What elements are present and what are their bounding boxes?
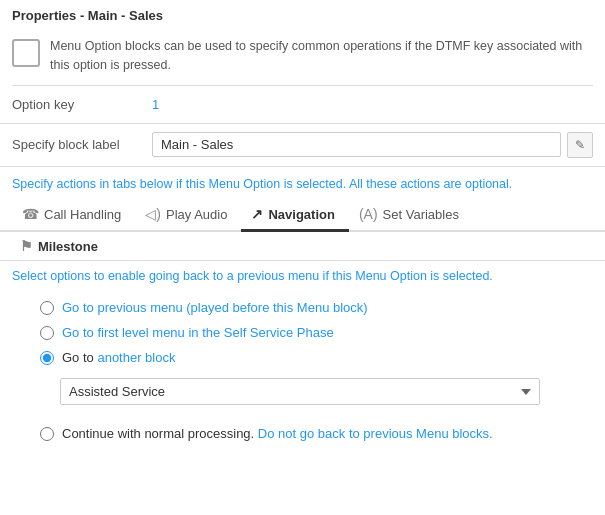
radio-row-4: Continue with normal processing. Do not … [40,421,593,446]
sub-tabs-bar: ⚑ Milestone [0,232,605,261]
radio-4-text-3: Do not go back to previous Menu blocks. [258,426,493,441]
dropdown-row: Assisted Service [0,374,605,409]
radio-group: Go to previous menu (played before this … [0,289,605,374]
tab-play-audio[interactable]: ◁) Play Audio [135,199,241,232]
radio-3-text-go-to: Go to [62,350,97,365]
tab-call-handling[interactable]: ☎ Call Handling [12,199,135,232]
milestone-icon: ⚑ [20,238,33,254]
tabs-bar: ☎ Call Handling ◁) Play Audio ↗ Navigati… [0,199,605,232]
radio-1-text: Go to previous menu (played before this … [62,300,368,315]
option-key-label: Option key [12,97,152,112]
radio-previous-menu[interactable] [40,301,54,315]
radio-3-text-another-block: another block [97,350,175,365]
navigation-dropdown[interactable]: Assisted Service [60,378,540,405]
page-title: Properties - Main - Sales [0,0,605,29]
radio-normal-processing-label[interactable]: Continue with normal processing. Do not … [62,426,493,441]
sub-tab-milestone[interactable]: ⚑ Milestone [12,232,110,260]
radio-row-1: Go to previous menu (played before this … [40,295,593,320]
info-icon [12,39,40,67]
radio-row-3: Go to another block [40,345,593,370]
sub-tab-milestone-label: Milestone [38,239,98,254]
tab-call-handling-label: Call Handling [44,207,121,222]
block-label-input[interactable] [152,132,561,157]
block-label-input-wrap: ✎ [152,132,593,158]
nav-section-desc: Select options to enable going back to a… [0,261,605,289]
tab-navigation-label: Navigation [268,207,334,222]
section-note: Specify actions in tabs below if this Me… [0,167,605,200]
radio-row-2: Go to first level menu in the Self Servi… [40,320,593,345]
option-key-value: 1 [152,97,159,112]
radio-another-block-label[interactable]: Go to another block [62,350,175,365]
radio-first-level[interactable] [40,326,54,340]
tab-navigation[interactable]: ↗ Navigation [241,199,348,232]
edit-icon-button[interactable]: ✎ [567,132,593,158]
radio-normal-processing[interactable] [40,427,54,441]
phone-icon: ☎ [22,206,39,222]
variables-icon: (A) [359,206,378,222]
radio-4-text-1: Continue with normal processing. [62,426,254,441]
tab-set-variables-label: Set Variables [383,207,459,222]
option-key-row: Option key 1 [0,86,605,124]
radio-another-block[interactable] [40,351,54,365]
navigation-icon: ↗ [251,206,263,222]
radio-group-last: Continue with normal processing. Do not … [0,415,605,450]
radio-first-level-label[interactable]: Go to first level menu in the Self Servi… [62,325,334,340]
tab-set-variables[interactable]: (A) Set Variables [349,199,473,232]
block-label-label: Specify block label [12,137,152,152]
info-box: Menu Option blocks can be used to specif… [0,29,605,85]
info-text: Menu Option blocks can be used to specif… [50,37,593,75]
radio-2-text: Go to first level menu in the Self Servi… [62,325,334,340]
radio-previous-menu-label[interactable]: Go to previous menu (played before this … [62,300,368,315]
audio-icon: ◁) [145,206,161,222]
block-label-row: Specify block label ✎ [0,124,605,167]
tab-play-audio-label: Play Audio [166,207,227,222]
